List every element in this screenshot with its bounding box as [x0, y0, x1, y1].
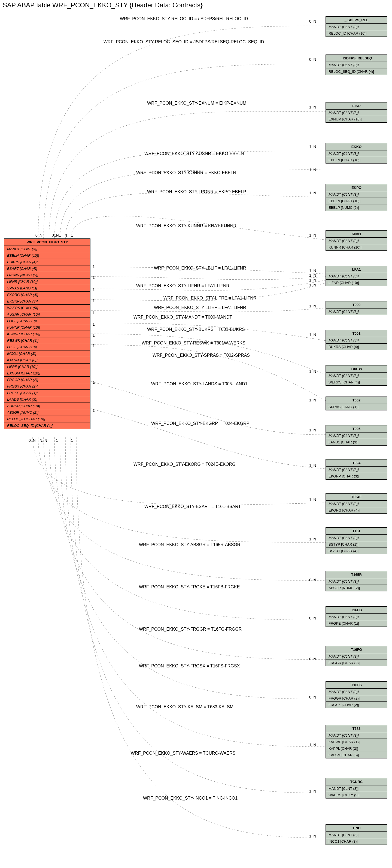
edge-label: WRF_PCON_EKKO_STY-KALSM = T683-KALSM: [136, 705, 233, 709]
card-label: 1..N: [309, 333, 316, 337]
ref-entity-T024E: T024EMANDT [CLNT (3)]EKORG [CHAR (4)]: [326, 493, 387, 514]
ref-field: EKORG [CHAR (4)]: [326, 507, 387, 514]
main-field: EXNUM [CHAR (10)]: [4, 370, 90, 377]
main-field: RESWK [CHAR (4)]: [4, 337, 90, 344]
card-label: 0..N: [309, 657, 316, 661]
edge-label: WRF_PCON_EKKO_STY-LIFRE = LFA1-LIFNR: [163, 296, 256, 301]
card-bot-2: 1: [56, 438, 58, 442]
ref-header: KNA1: [326, 230, 387, 238]
edge-label: WRF_PCON_EKKO_STY-EXNUM = EIKP-EXNUM: [147, 101, 246, 106]
card-label: 1..N: [309, 369, 316, 374]
card-one: 1: [93, 275, 95, 280]
main-field: LLIEF [CHAR (10)]: [4, 318, 90, 324]
main-field: LIFNR [CHAR (10)]: [4, 279, 90, 285]
ref-field: MANDT [CLNT (3)]: [326, 273, 387, 280]
card-label: 1..N: [309, 497, 316, 502]
ref-field: MANDT [CLNT (3)]: [326, 467, 387, 473]
ref-entity-T16FS: T16FSMANDT [CLNT (3)]FRGGR [CHAR (2)]FRG…: [326, 681, 387, 708]
ref-field: MANDT [CLNT (3)]: [326, 614, 387, 620]
main-field: BUKRS [CHAR (4)]: [4, 259, 90, 266]
main-field: KONNR [CHAR (10)]: [4, 331, 90, 337]
ref-header: _ISDFPS_RELSEQ: [326, 55, 387, 62]
ref-field: MANDT [CLNT (3)]: [326, 373, 387, 379]
ref-field: WAERS [CUKY (5)]: [326, 792, 387, 798]
edge-label: WRF_PCON_EKKO_STY-SPRAS = T002-SPRAS: [153, 353, 250, 358]
ref-header: EKKO: [326, 143, 387, 150]
main-entity-header: WRF_PCON_EKKO_STY: [4, 239, 90, 246]
ref-entity-T001W: T001WMANDT [CLNT (3)]WERKS [CHAR (4)]: [326, 365, 387, 385]
ref-field: RELOC_SEQ_ID [CHAR (4)]: [326, 68, 387, 75]
ref-entity-T024: T024MANDT [CLNT (3)]EKGRP [CHAR (3)]: [326, 459, 387, 479]
main-field: INCO1 [CHAR (3)]: [4, 350, 90, 357]
main-field: WAERS [CUKY (5)]: [4, 305, 90, 311]
main-field: EKORG [CHAR (4)]: [4, 291, 90, 298]
card-label: 1..N: [309, 283, 316, 287]
main-field: FRGKE [CHAR (1)]: [4, 390, 90, 396]
main-field: EKGRP [CHAR (3)]: [4, 298, 90, 305]
main-field: BSART [CHAR (4)]: [4, 266, 90, 272]
ref-header: T001W: [326, 366, 387, 373]
ref-field: MANDT [CLNT (3)]: [326, 433, 387, 439]
ref-header: T16FB: [326, 607, 387, 614]
ref-header: T024: [326, 460, 387, 467]
ref-field: MANDT [CLNT (3)]: [326, 653, 387, 660]
main-field: AUSNR [CHAR (10)]: [4, 311, 90, 318]
ref-field: FRGGR [CHAR (2)]: [326, 660, 387, 666]
card-label: 1..N: [309, 105, 316, 109]
edge-label: WRF_PCON_EKKO_STY-RELOC_SEQ_ID = /ISDFPS…: [103, 39, 264, 44]
ref-entity-T001: T001MANDT [CLNT (3)]BUKRS [CHAR (4)]: [326, 330, 387, 350]
edge-label: WRF_PCON_EKKO_STY-LPONR = EKPO-EBELP: [147, 189, 246, 194]
card-label: 1..N: [309, 167, 316, 172]
ref-header: T683: [326, 725, 387, 732]
ref-field: MANDT [CLNT (3)]: [326, 689, 387, 695]
main-field: KUNNR [CHAR (10)]: [4, 324, 90, 331]
ref-field: MANDT [CLNT (3)]: [326, 238, 387, 244]
edge-label: WRF_PCON_EKKO_STY-FRGGR = T16FG-FRGGR: [139, 627, 241, 632]
ref-header: LFA1: [326, 266, 387, 273]
ref-field: FRGGR [CHAR (2)]: [326, 695, 387, 702]
card-left-3: 1: [71, 233, 73, 237]
main-field: LIFRE [CHAR (10)]: [4, 364, 90, 370]
card-bot-0: 0..N: [29, 438, 36, 442]
ref-field: BSART [CHAR (4)]: [326, 548, 387, 554]
ref-field: MANDT [CLNT (3)]: [326, 535, 387, 541]
edge-label: WRF_PCON_EKKO_STY-EKORG = T024E-EKORG: [133, 462, 236, 467]
card-label: 1..N: [309, 743, 316, 747]
ref-field: MANDT [CLNT (3)]: [326, 62, 387, 68]
edge-label: WRF_PCON_EKKO_STY-BSART = T161-BSART: [144, 504, 241, 509]
main-field: ABSGR [NUMC (2)]: [4, 409, 90, 416]
ref-field: SPRAS [LANG (1)]: [326, 404, 387, 410]
ref-header: T16FS: [326, 682, 387, 689]
ref-field: KAPPL [CHAR (2)]: [326, 745, 387, 752]
ref-entity-T683: T683MANDT [CLNT (3)]KVEWE [CHAR (1)]KAPP…: [326, 725, 387, 758]
edge-label: WRF_PCON_EKKO_STY-MANDT = T000-MANDT: [133, 315, 232, 320]
main-field: LBLIF [CHAR (10)]: [4, 344, 90, 350]
ref-field: FRGKE [CHAR (1)]: [326, 620, 387, 626]
ref-field: EBELP [NUMC (5)]: [326, 205, 387, 211]
ref-field: BSTYP [CHAR (1)]: [326, 541, 387, 548]
main-field: FRGSX [CHAR (2)]: [4, 383, 90, 390]
ref-entity-T165R: T165RMANDT [CLNT (3)]ABSGR [NUMC (2)]: [326, 571, 387, 591]
ref-field: LIFNR [CHAR (10)]: [326, 280, 387, 286]
main-field: LPONR [NUMC (5)]: [4, 272, 90, 279]
edge-label: WRF_PCON_EKKO_STY-ABSGR = T165R-ABSGR: [139, 542, 240, 547]
card-label: 1..N: [309, 233, 316, 237]
card-one: 1: [93, 287, 95, 292]
card-left-2: 1: [65, 233, 68, 237]
edge-label: WRF_PCON_EKKO_STY-KONNR = EKKO-EBELN: [136, 170, 236, 175]
main-field: KALSM [CHAR (6)]: [4, 357, 90, 364]
ref-entity-TCURC: TCURCMANDT [CLNT (3)]WAERS [CUKY (5)]: [326, 778, 387, 799]
ref-header: T165R: [326, 571, 387, 578]
card-one: 1: [93, 299, 95, 303]
ref-entity-LFA1: LFA1MANDT [CLNT (3)]LIFNR [CHAR (10)]: [326, 266, 387, 286]
ref-field: EXNUM [CHAR (10)]: [326, 116, 387, 122]
main-field: RELOC_SEQ_ID [CHAR (4)]: [4, 423, 90, 429]
edge-label: WRF_PCON_EKKO_STY-INCO1 = TINC-INCO1: [143, 796, 237, 801]
card-left-0: 0..N: [35, 233, 42, 237]
card-label: 1..N: [309, 463, 316, 468]
ref-header: _ISDFPS_REL: [326, 17, 387, 24]
ref-header: T16FG: [326, 646, 387, 653]
ref-field: WERKS [CHAR (4)]: [326, 379, 387, 385]
ref-field: MANDT [CLNT (3)]: [326, 24, 387, 30]
ref-field: KVEWE [CHAR (1)]: [326, 739, 387, 745]
